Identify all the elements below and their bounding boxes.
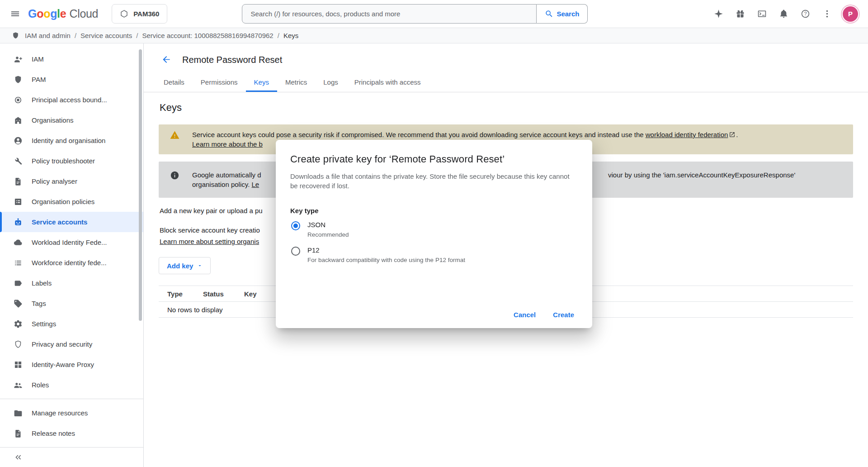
collapse-sidebar-button[interactable] <box>12 451 24 463</box>
sidebar: IAM PAM Principal access bound... Organi… <box>0 43 144 467</box>
sidebar-item-organisations[interactable]: Organisations <box>0 110 143 130</box>
keys-heading: Keys <box>160 102 853 114</box>
cloud-shell-icon <box>757 9 767 19</box>
project-selector[interactable]: PAM360 <box>112 4 167 24</box>
search-bar: Search <box>242 4 588 24</box>
org-policies-learn-more-link[interactable]: Learn more about setting organis <box>160 238 259 245</box>
sidebar-item-policy-analyser[interactable]: Policy analyser <box>0 171 143 191</box>
cancel-button[interactable]: Cancel <box>508 307 541 323</box>
page-title: Remote Password Reset <box>182 55 282 65</box>
tab-logs[interactable]: Logs <box>315 71 346 92</box>
workload-identity-federation-link[interactable]: workload identity federation <box>646 131 728 138</box>
offers-button[interactable] <box>730 4 750 24</box>
key-type-option-p12[interactable]: P12 For backward compatibility with code… <box>291 246 578 263</box>
breadcrumb-iam-and-admin[interactable]: IAM and admin <box>25 32 71 39</box>
svg-text:?: ? <box>804 11 807 16</box>
sidebar-item-privacy-and-security[interactable]: Privacy and security <box>0 334 143 354</box>
google-logo-text: Google <box>28 7 66 20</box>
account-avatar[interactable]: P <box>843 6 858 22</box>
page-header: Remote Password Reset <box>144 43 868 68</box>
tab-metrics[interactable]: Metrics <box>277 71 315 92</box>
label-icon <box>14 279 23 288</box>
tab-principals-with-access[interactable]: Principals with access <box>346 71 429 92</box>
breadcrumb-separator: / <box>278 32 279 39</box>
add-key-button[interactable]: Add key <box>159 257 211 274</box>
sidebar-item-release-notes[interactable]: Release notes <box>0 423 143 443</box>
project-icon <box>120 10 128 18</box>
json-option-description: Recommended <box>307 231 349 238</box>
pam-icon <box>14 75 23 84</box>
main-menu-button[interactable] <box>5 4 25 24</box>
organisation-policies-icon <box>14 197 23 206</box>
json-radio[interactable] <box>291 221 300 230</box>
tab-keys[interactable]: Keys <box>246 71 277 92</box>
more-options-button[interactable] <box>816 4 837 24</box>
sidebar-item-labels[interactable]: Labels <box>0 273 143 293</box>
sidebar-divider <box>0 447 143 448</box>
breadcrumb-separator: / <box>136 32 138 39</box>
iap-icon <box>14 360 23 369</box>
key-exposure-learn-more-link[interactable]: Le <box>251 181 259 188</box>
release-notes-icon <box>14 429 23 438</box>
principal-access-boundary-icon <box>14 95 23 105</box>
hamburger-icon <box>10 9 20 19</box>
gemini-button[interactable] <box>708 4 729 24</box>
sidebar-item-organisation-policies[interactable]: Organisation policies <box>0 191 143 212</box>
tab-permissions[interactable]: Permissions <box>193 71 246 92</box>
sidebar-item-workload-identity-federation[interactable]: Workload Identity Fede... <box>0 232 143 253</box>
breadcrumb-service-account-id[interactable]: Service account: 100088258816994870962 <box>142 32 273 39</box>
sidebar-item-manage-resources[interactable]: Manage resources <box>0 403 143 423</box>
sidebar-item-identity-and-organisation[interactable]: Identity and organisation <box>0 130 143 151</box>
tab-details[interactable]: Details <box>156 71 193 92</box>
iam-icon <box>14 55 23 64</box>
sidebar-item-iam[interactable]: IAM <box>0 49 143 69</box>
wrench-icon <box>14 157 23 166</box>
avatar-letter: P <box>848 10 853 18</box>
cloud-shell-button[interactable] <box>751 4 772 24</box>
json-option-label: JSON <box>307 221 349 229</box>
project-name: PAM360 <box>133 10 159 18</box>
sidebar-divider <box>0 399 143 399</box>
help-button[interactable]: ? <box>795 4 816 24</box>
gemini-sparkle-icon <box>714 9 723 19</box>
workload-identity-icon <box>14 238 23 247</box>
sidebar-item-service-accounts[interactable]: Service accounts <box>0 212 143 232</box>
sidebar-item-settings[interactable]: Settings <box>0 314 143 334</box>
breadcrumb-service-accounts[interactable]: Service accounts <box>80 32 132 39</box>
back-button[interactable] <box>160 54 171 65</box>
cloud-logo-text: Cloud <box>69 7 98 20</box>
gift-icon <box>736 9 745 19</box>
sidebar-item-roles[interactable]: Roles <box>0 375 143 395</box>
manage-resources-icon <box>14 409 23 418</box>
dialog-actions: Cancel Create <box>508 307 580 323</box>
search-input[interactable] <box>242 4 537 24</box>
sidebar-item-policy-troubleshooter[interactable]: Policy troubleshooter <box>0 151 143 171</box>
sidebar-item-workforce-identity-federation[interactable]: Workforce identity fede... <box>0 253 143 273</box>
workforce-identity-icon <box>14 258 23 267</box>
create-button[interactable]: Create <box>547 307 580 323</box>
info-banner-text-right: viour by using the 'iam.serviceAccountKe… <box>608 170 795 180</box>
search-button[interactable]: Search <box>537 4 588 24</box>
learn-more-best-way-link[interactable]: Learn more about the b <box>192 140 263 148</box>
p12-radio[interactable] <box>291 247 300 256</box>
google-cloud-logo[interactable]: Google Cloud <box>28 7 98 20</box>
tag-icon <box>14 299 23 308</box>
sidebar-scrollbar[interactable] <box>139 49 142 321</box>
p12-option-label: P12 <box>307 246 465 254</box>
back-arrow-icon <box>161 54 171 65</box>
caret-down-icon <box>197 263 203 268</box>
sidebar-item-identity-aware-proxy[interactable]: Identity-Aware Proxy <box>0 354 143 375</box>
organisations-icon <box>14 116 23 125</box>
notifications-button[interactable] <box>773 4 794 24</box>
collapse-chevrons-icon <box>14 453 23 462</box>
roles-icon <box>14 381 23 390</box>
sidebar-item-principal-access-boundaries[interactable]: Principal access bound... <box>0 90 143 110</box>
sidebar-item-pam[interactable]: PAM <box>0 69 143 90</box>
topbar-actions: ? P <box>708 4 862 24</box>
info-icon <box>170 171 179 180</box>
column-type: Type <box>159 290 203 298</box>
sidebar-item-tags[interactable]: Tags <box>0 293 143 314</box>
tab-bar: Details Permissions Keys Metrics Logs Pr… <box>144 71 868 92</box>
privacy-shield-icon <box>14 340 23 349</box>
key-type-option-json[interactable]: JSON Recommended <box>291 221 578 238</box>
